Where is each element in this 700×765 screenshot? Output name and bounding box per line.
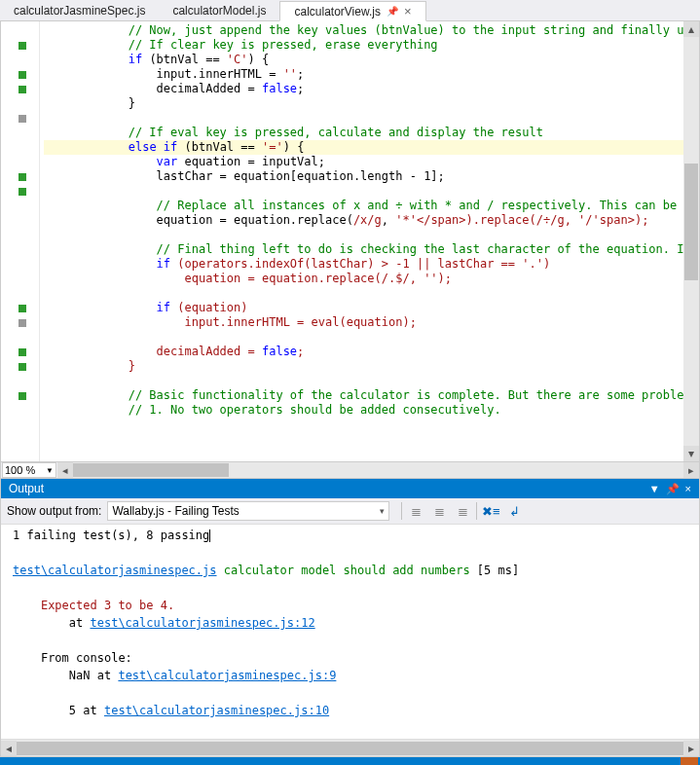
- green-marker-icon: [18, 188, 26, 196]
- indent-icon[interactable]: ≣: [453, 502, 472, 520]
- zoom-value: 100 %: [5, 464, 35, 476]
- console-link[interactable]: test\calculatorjasminespec.js:10: [104, 704, 329, 717]
- output-titlebar[interactable]: Output ▼ 📌 ×: [1, 479, 699, 498]
- green-marker-icon: [18, 305, 26, 312]
- scrollbar-thumb[interactable]: [73, 463, 229, 477]
- editor-footer: 100 % ▼ ◂ ▸: [0, 462, 700, 479]
- output-toolbar: Show output from: Wallaby.js - Failing T…: [1, 498, 699, 525]
- tab-calculator-model[interactable]: calculatorModel.js: [159, 0, 279, 20]
- tab-label: calculatorView.js: [294, 5, 381, 18]
- gray-marker-icon: [18, 115, 26, 123]
- code-editor[interactable]: // Now, just append the key values (btnV…: [0, 21, 700, 462]
- green-marker-icon: [18, 71, 26, 79]
- code-area[interactable]: // Now, just append the key values (btnV…: [40, 21, 699, 461]
- close-icon[interactable]: ×: [685, 483, 691, 495]
- gray-marker-icon: [18, 319, 26, 327]
- green-marker-icon: [18, 348, 26, 356]
- pin-icon[interactable]: 📌: [387, 6, 398, 17]
- editor-horizontal-scrollbar[interactable]: ◂ ▸: [57, 462, 699, 478]
- scroll-down-icon[interactable]: ▾: [683, 446, 699, 461]
- scrollbar-thumb[interactable]: [17, 742, 683, 755]
- test-file-link[interactable]: test\calculatorjasminespec.js: [13, 564, 217, 577]
- scroll-right-icon[interactable]: ▸: [683, 462, 699, 478]
- output-panel: Output ▼ 📌 × Show output from: Wallaby.j…: [0, 479, 700, 757]
- status-bar: [0, 757, 700, 765]
- indent-right-icon[interactable]: ≣: [429, 502, 449, 520]
- tab-calculator-jasmine-spec[interactable]: calculatorJasmineSpec.js: [0, 0, 159, 20]
- green-marker-icon: [18, 42, 26, 50]
- chevron-down-icon: ▾: [380, 506, 385, 516]
- scroll-left-icon[interactable]: ◂: [1, 741, 17, 756]
- close-icon[interactable]: ×: [404, 4, 412, 18]
- tab-label: calculatorJasmineSpec.js: [14, 4, 145, 18]
- pin-icon[interactable]: 📌: [666, 483, 680, 495]
- output-source-value: Wallaby.js - Failing Tests: [112, 504, 239, 518]
- editor-vertical-scrollbar[interactable]: ▴ ▾: [683, 21, 699, 461]
- chevron-down-icon: ▼: [46, 466, 54, 475]
- indent-left-icon[interactable]: ≣: [406, 502, 425, 520]
- clear-all-icon[interactable]: ✖≡: [481, 502, 500, 520]
- tab-label: calculatorModel.js: [172, 4, 266, 18]
- tab-calculator-view[interactable]: calculatorView.js 📌 ×: [279, 1, 425, 21]
- scrollbar-thumb[interactable]: [684, 164, 698, 280]
- editor-tabs: calculatorJasmineSpec.js calculatorModel…: [0, 0, 700, 21]
- console-link[interactable]: test\calculatorjasminespec.js:9: [118, 669, 336, 682]
- output-source-select[interactable]: Wallaby.js - Failing Tests ▾: [107, 501, 389, 521]
- zoom-selector[interactable]: 100 % ▼: [2, 462, 56, 478]
- editor-gutter: [1, 21, 40, 461]
- scroll-left-icon[interactable]: ◂: [57, 462, 73, 478]
- status-notification-icon[interactable]: [681, 757, 698, 765]
- output-body[interactable]: 1 failing test(s), 8 passing test\calcul…: [1, 525, 699, 739]
- green-marker-icon: [18, 363, 26, 371]
- output-horizontal-scrollbar[interactable]: ◂ ▸: [1, 739, 699, 756]
- stack-link[interactable]: test\calculatorjasminespec.js:12: [90, 616, 314, 630]
- output-source-label: Show output from:: [7, 504, 101, 518]
- green-marker-icon: [18, 86, 26, 93]
- toggle-wrap-icon[interactable]: ↲: [504, 502, 524, 520]
- dropdown-icon[interactable]: ▼: [649, 483, 660, 495]
- green-marker-icon: [18, 392, 26, 400]
- output-title: Output: [9, 482, 44, 495]
- output-tool-icons: ≣ ≣ ≣ ✖≡ ↲: [401, 502, 524, 520]
- scroll-right-icon[interactable]: ▸: [683, 741, 699, 756]
- scroll-up-icon[interactable]: ▴: [683, 21, 699, 37]
- green-marker-icon: [18, 173, 26, 181]
